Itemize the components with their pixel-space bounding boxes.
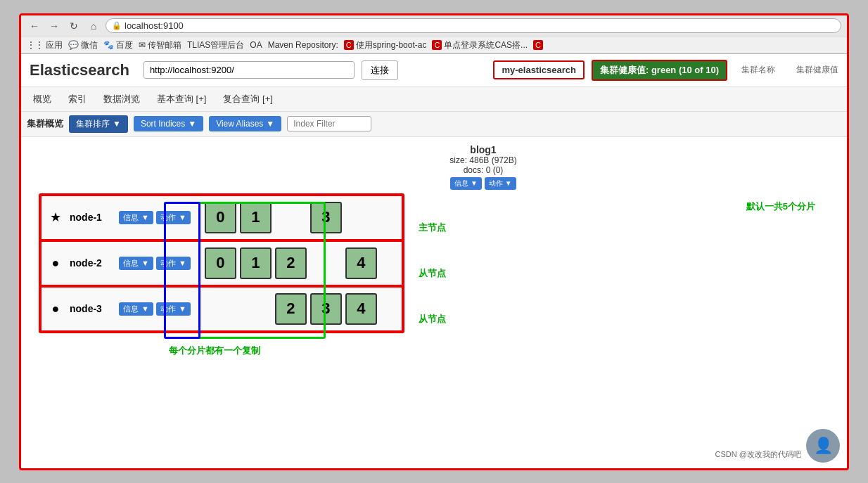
tab-basic-query[interactable]: 基本查询 [+] <box>151 90 212 108</box>
annotation-default-shards: 默认一共5个分片 <box>746 200 815 213</box>
browser-chrome: ← → ↻ ⌂ 🔒 localhost:9100 ⋮⋮ 应用 💬 微信 🐾 百度 <box>21 15 847 54</box>
node-2-action-btn[interactable]: 动作▼ <box>156 257 191 270</box>
node-3-info-btn[interactable]: 信息▼ <box>119 302 153 316</box>
node-2-info-btn[interactable]: 信息▼ <box>119 257 153 270</box>
user-avatar: 👤 <box>806 429 840 463</box>
node-row-1: ★ node-1 信息▼ 动作▼ 0 1 <box>40 195 403 240</box>
shard-cell: 3 <box>310 293 342 325</box>
header-right: my-elasticsearch 集群健康值: green (10 of 10)… <box>493 60 838 81</box>
tab-overview[interactable]: 概览 <box>27 90 58 108</box>
toolbar-label: 集群概览 <box>27 117 63 130</box>
sort-indices-button[interactable]: Sort Indices ▼ <box>134 116 203 131</box>
node-2-buttons: 信息▼ 动作▼ <box>119 257 191 270</box>
browser-window: ← → ↻ ⌂ 🔒 localhost:9100 ⋮⋮ 应用 💬 微信 🐾 百度 <box>19 13 849 470</box>
bookmark-apps[interactable]: ⋮⋮ 应用 <box>27 39 63 51</box>
bookmark-tlias[interactable]: TLIAS管理后台 <box>187 39 244 51</box>
cluster-name-label: 集群名称 <box>741 64 775 76</box>
cluster-name-badge: my-elasticsearch <box>493 60 585 79</box>
index-info: blog1 size: 486B (972B) docs: 0 (0) 信息 ▼… <box>130 144 836 190</box>
node-1-action-btn[interactable]: 动作▼ <box>156 211 191 224</box>
node-2-name: node-2 <box>70 257 112 269</box>
annotation-main-node: 主节点 <box>419 221 446 234</box>
cluster-health-label: 集群健康值 <box>796 64 838 76</box>
node-2-shards: 0 1 2 4 <box>205 247 395 279</box>
index-filter-input[interactable] <box>287 116 371 131</box>
bookmark-c[interactable]: C <box>533 40 543 50</box>
node-1-buttons: 信息▼ 动作▼ <box>119 211 191 224</box>
forward-button[interactable]: → <box>46 18 62 34</box>
bookmark-wechat[interactable]: 💬 微信 <box>68 39 98 51</box>
es-nav: 概览 索引 数据浏览 基本查询 [+] 复合查询 [+] <box>21 87 847 112</box>
shard-cell: 0 <box>205 202 236 233</box>
avatar-icon: 👤 <box>814 437 833 455</box>
nav-bar: ← → ↻ ⌂ 🔒 localhost:9100 <box>21 15 847 37</box>
circle-icon-2: ● <box>49 256 63 271</box>
node-1-name: node-1 <box>70 212 112 223</box>
shard-cell: 0 <box>205 247 236 279</box>
bookmark-mail[interactable]: ✉ 传智邮箱 <box>139 39 181 51</box>
cluster-sort-button[interactable]: 集群排序 ▼ <box>69 115 128 133</box>
shard-empty <box>205 293 236 325</box>
node-3-buttons: 信息▼ 动作▼ <box>119 302 191 316</box>
node-3-name: node-3 <box>70 303 112 314</box>
shard-cell: 4 <box>345 293 377 325</box>
chevron-down-icon-3: ▼ <box>266 119 274 129</box>
bookmarks-bar: ⋮⋮ 应用 💬 微信 🐾 百度 ✉ 传智邮箱 TLIAS管理后台 OA <box>21 37 847 53</box>
bookmark-cas[interactable]: C 单点登录系统CAS搭... <box>432 39 528 51</box>
node-row-3: ● node-3 信息▼ 动作▼ <box>40 286 403 332</box>
chevron-down-icon: ▼ <box>113 119 121 129</box>
node-1-shards: 0 1 3 <box>205 202 395 233</box>
back-button[interactable]: ← <box>27 18 42 34</box>
bookmark-baidu[interactable]: 🐾 百度 <box>103 39 133 51</box>
es-logo: Elasticsearch <box>30 61 129 79</box>
index-docs: docs: 0 (0) <box>130 165 836 175</box>
shard-empty <box>240 293 272 325</box>
shard-cell: 3 <box>310 202 342 233</box>
bookmark-springboot[interactable]: C 使用spring-boot-ac <box>344 39 427 51</box>
home-button[interactable]: ⌂ <box>86 18 101 34</box>
annotation-slave-node2: 从节点 <box>419 313 446 326</box>
lock-icon: 🔒 <box>112 21 122 30</box>
url-text: localhost:9100 <box>125 20 184 31</box>
tab-complex-query[interactable]: 复合查询 [+] <box>217 90 279 108</box>
bookmark-maven[interactable]: Maven Repository: <box>268 40 338 50</box>
star-icon: ★ <box>49 210 63 225</box>
index-action-btn1[interactable]: 信息 ▼ <box>450 177 482 190</box>
es-url-input[interactable] <box>143 61 355 79</box>
baidu-icon: 🐾 <box>103 40 114 50</box>
view-aliases-button[interactable]: View Aliases ▼ <box>209 116 281 131</box>
es-header: Elasticsearch 连接 my-elasticsearch 集群健康值:… <box>21 54 847 87</box>
shard-cell: 1 <box>240 202 272 233</box>
index-action-btn2[interactable]: 动作 ▼ <box>485 177 516 190</box>
wechat-icon: 💬 <box>68 40 79 50</box>
annotation-slave-node1: 从节点 <box>419 267 446 280</box>
csdn-watermark: CSDN @改改我的代码吧 <box>715 449 801 460</box>
shard-cell: 2 <box>275 247 307 279</box>
mail-icon: ✉ <box>139 40 146 50</box>
es-toolbar: 集群概览 集群排序 ▼ Sort Indices ▼ View Aliases … <box>21 112 847 137</box>
index-name: blog1 <box>130 144 836 155</box>
cluster-health-badge: 集群健康值: green (10 of 10) <box>592 60 727 81</box>
shard-empty <box>310 247 342 279</box>
es-app: Elasticsearch 连接 my-elasticsearch 集群健康值:… <box>21 54 847 468</box>
index-size: size: 486B (972B) <box>130 155 836 165</box>
shard-grid: 默认一共5个分片 ★ node-1 信息▼ 动作▼ <box>39 193 836 333</box>
address-bar[interactable]: 🔒 localhost:9100 <box>106 18 841 33</box>
node-1-info-btn[interactable]: 信息▼ <box>119 211 153 224</box>
shard-cell: 4 <box>345 247 377 279</box>
chevron-down-icon-2: ▼ <box>188 119 196 129</box>
es-content: blog1 size: 486B (972B) docs: 0 (0) 信息 ▼… <box>21 137 847 468</box>
connect-button[interactable]: 连接 <box>362 60 398 80</box>
node-3-shards: 2 3 4 <box>205 293 395 325</box>
node-3-action-btn[interactable]: 动作▼ <box>156 302 191 316</box>
shard-cell: 1 <box>240 247 272 279</box>
node-row-2: ● node-2 信息▼ 动作▼ 0 1 <box>40 240 403 286</box>
reload-button[interactable]: ↻ <box>66 18 82 34</box>
shard-empty <box>275 202 307 233</box>
annotation-replica: 每个分片都有一个复制 <box>169 344 260 357</box>
bookmark-oa[interactable]: OA <box>250 40 262 50</box>
shard-cell: 2 <box>275 293 307 325</box>
tab-index[interactable]: 索引 <box>62 90 93 108</box>
tab-data-browse[interactable]: 数据浏览 <box>97 90 146 108</box>
circle-icon-3: ● <box>49 302 63 316</box>
